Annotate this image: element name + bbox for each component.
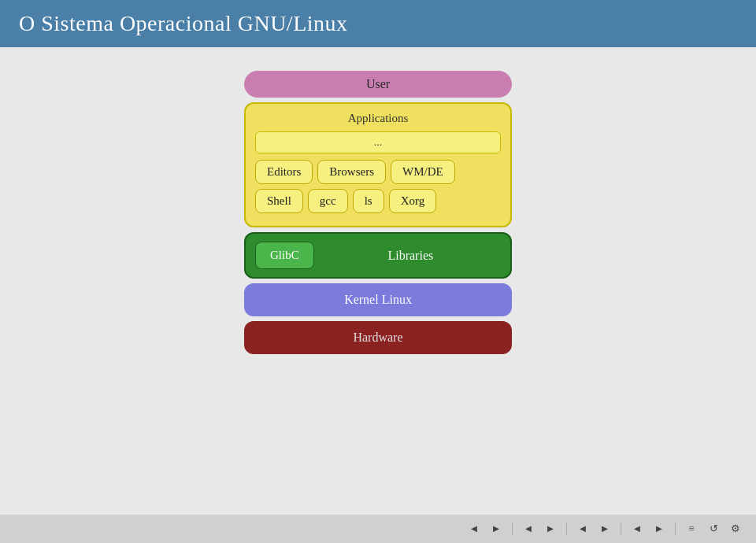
nav-refresh-icon[interactable]: ↺	[706, 521, 721, 537]
shell-box: Shell	[255, 189, 303, 213]
nav-sep-2	[566, 523, 567, 535]
nav-right-arrow-1[interactable]: ►	[488, 521, 504, 537]
nav-left-arrow-4[interactable]: ◄	[629, 521, 645, 537]
nav-search-icon[interactable]: ⚙	[728, 521, 743, 537]
xorg-box: Xorg	[389, 189, 437, 213]
nav-left-arrow-1[interactable]: ◄	[466, 521, 482, 537]
kernel-layer: Kernel Linux	[244, 283, 512, 316]
nav-right-arrow-3[interactable]: ►	[597, 521, 613, 537]
bottom-navigation: ◄ ► ◄ ► ◄ ► ◄ ► ≡ ↺ ⚙	[0, 515, 756, 543]
user-layer: User	[244, 71, 512, 98]
nav-sep-3	[621, 523, 621, 535]
hardware-layer: Hardware	[244, 321, 512, 354]
main-content: User Applications ... Editors Browsers W…	[0, 47, 756, 359]
libraries-label: Libraries	[321, 249, 501, 263]
browsers-box: Browsers	[317, 160, 386, 184]
applications-layer: Applications ... Editors Browsers WM/DE …	[244, 102, 512, 227]
header: O Sistema Operacional GNU/Linux	[0, 0, 756, 47]
nav-right-arrow-4[interactable]: ►	[651, 521, 667, 537]
gcc-box: gcc	[308, 189, 348, 213]
wmde-box: WM/DE	[391, 160, 455, 184]
nav-right-arrow-2[interactable]: ►	[543, 521, 558, 537]
app-row-2: Shell gcc ls Xorg	[255, 189, 501, 213]
page-title: O Sistema Operacional GNU/Linux	[19, 11, 348, 36]
glibc-layer: GlibC Libraries	[244, 232, 512, 279]
app-row-1: Editors Browsers WM/DE	[255, 160, 501, 184]
ls-box: ls	[353, 189, 384, 213]
applications-label: Applications	[255, 112, 501, 125]
glibc-box: GlibC	[255, 242, 314, 269]
diagram: User Applications ... Editors Browsers W…	[220, 71, 536, 359]
nav-sep-1	[512, 523, 513, 535]
nav-left-arrow-2[interactable]: ◄	[521, 521, 536, 537]
nav-menu-icon[interactable]: ≡	[684, 521, 699, 537]
nav-sep-4	[675, 523, 676, 535]
ellipsis-bar: ...	[255, 131, 501, 153]
nav-left-arrow-3[interactable]: ◄	[575, 521, 591, 537]
editors-box: Editors	[255, 160, 313, 184]
